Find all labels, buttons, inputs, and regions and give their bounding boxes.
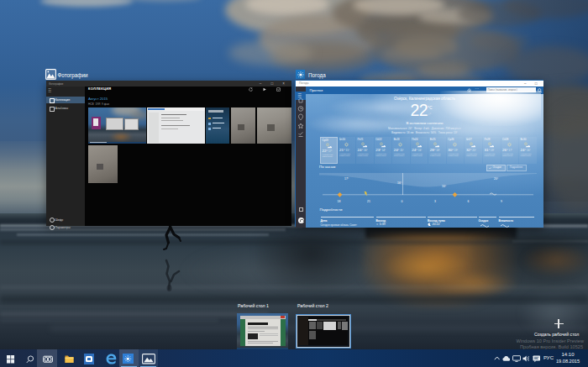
svg-text:6: 6: [467, 199, 469, 202]
svg-text:21: 21: [367, 199, 370, 202]
svg-text:17°: 17°: [344, 177, 349, 181]
svg-text:3: 3: [434, 199, 436, 202]
svg-text:20°: 20°: [494, 176, 499, 180]
svg-text:0: 0: [401, 199, 402, 202]
svg-text:16°: 16°: [397, 181, 402, 185]
svg-text:16°: 16°: [442, 184, 447, 187]
svg-text:9: 9: [501, 199, 502, 202]
svg-text:18: 18: [337, 199, 340, 202]
